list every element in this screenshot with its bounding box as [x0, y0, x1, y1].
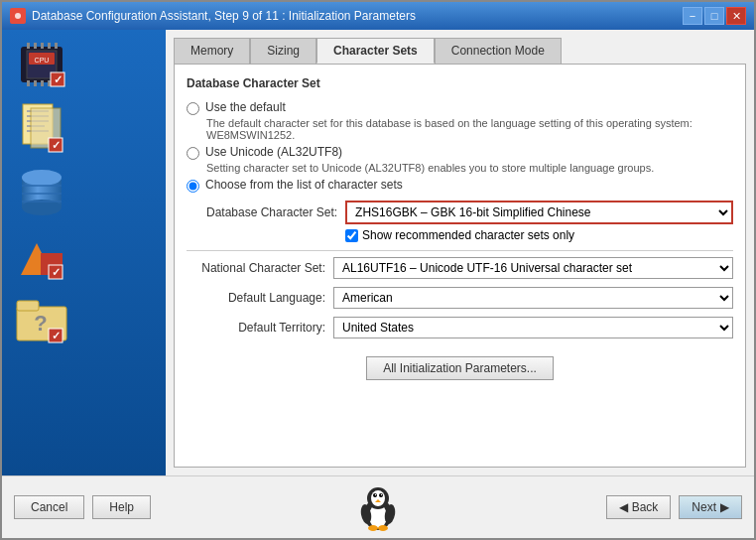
next-arrow-icon: ▶: [720, 500, 729, 514]
show-recommended-label[interactable]: Show recommended character sets only: [362, 228, 574, 242]
show-recommended-row: Show recommended character sets only: [345, 228, 733, 242]
cancel-button[interactable]: Cancel: [14, 495, 84, 519]
sidebar-doc-icon: ✓: [12, 103, 71, 153]
svg-text:✓: ✓: [52, 330, 61, 341]
svg-point-46: [371, 490, 385, 506]
charset-row: Database Character Set: ZHS16GBK – GBK 1…: [206, 201, 733, 224]
bottom-right-buttons: ◀ Back Next ▶: [606, 495, 742, 519]
svg-rect-6: [41, 43, 44, 49]
app-icon: [10, 8, 26, 24]
sidebar-item-1: CPU ✓: [12, 40, 156, 89]
all-params-container: All Initialization Parameters...: [187, 348, 733, 388]
sidebar-item-3: [12, 167, 156, 216]
radio-unicode-desc: Setting character set to Unicode (AL32UT…: [206, 162, 733, 174]
title-buttons: − □ ✕: [683, 7, 746, 25]
default-territory-label: Default Territory:: [187, 321, 325, 335]
title-bar: Database Configuration Assistant, Step 9…: [2, 2, 754, 30]
radio-use-unicode: Use Unicode (AL32UTF8): [187, 145, 733, 160]
national-charset-label: National Character Set:: [187, 261, 325, 275]
all-params-button[interactable]: All Initialization Parameters...: [366, 356, 554, 380]
svg-text:?: ?: [34, 311, 47, 336]
svg-rect-4: [27, 43, 30, 49]
svg-point-30: [22, 170, 62, 186]
default-territory-row: Default Territory: United States: [187, 317, 733, 338]
bottom-bar: Cancel Help: [2, 475, 754, 538]
back-arrow-icon: ◀: [619, 500, 628, 514]
svg-point-49: [375, 494, 376, 495]
content-area: CPU ✓: [2, 30, 754, 475]
show-recommended-checkbox[interactable]: [345, 229, 358, 242]
sidebar-item-2: ✓: [12, 103, 156, 153]
svg-rect-9: [27, 80, 30, 86]
radio-default-desc: The default character set for this datab…: [206, 117, 733, 141]
radio-default-label[interactable]: Use the default: [205, 100, 286, 114]
svg-text:✓: ✓: [52, 139, 61, 151]
default-language-label: Default Language:: [187, 291, 325, 305]
tab-bar: Memory Sizing Character Sets Connection …: [174, 38, 746, 64]
main-content: Memory Sizing Character Sets Connection …: [166, 30, 754, 475]
svg-rect-8: [55, 43, 58, 49]
svg-point-54: [368, 525, 378, 531]
back-button[interactable]: ◀ Back: [606, 495, 672, 519]
radio-use-default: Use the default: [187, 100, 733, 115]
svg-text:CPU: CPU: [35, 57, 50, 64]
default-territory-select[interactable]: United States: [333, 317, 733, 338]
next-label: Next: [692, 500, 716, 514]
tab-connection-mode[interactable]: Connection Mode: [435, 38, 562, 64]
section-title: Database Character Set: [187, 76, 733, 90]
svg-rect-5: [34, 43, 37, 49]
bottom-center: [151, 482, 606, 532]
radio-unicode-input[interactable]: [187, 147, 199, 160]
bottom-left-buttons: Cancel Help: [14, 495, 151, 519]
charset-select[interactable]: ZHS16GBK – GBK 16-bit Simplified Chinese: [345, 201, 733, 224]
panel-content: Database Character Set Use the default T…: [174, 64, 746, 468]
radio-unicode-label[interactable]: Use Unicode (AL32UTF8): [205, 145, 342, 159]
close-button[interactable]: ✕: [726, 7, 746, 25]
svg-rect-7: [48, 43, 51, 49]
divider-1: [187, 250, 733, 251]
tab-character-sets[interactable]: Character Sets: [316, 38, 435, 64]
default-language-select[interactable]: American: [333, 287, 733, 309]
sidebar-chip-icon: CPU ✓: [12, 40, 71, 89]
sidebar-shapes-icon: ✓: [12, 230, 71, 280]
main-window: Database Configuration Assistant, Step 9…: [0, 0, 756, 540]
minimize-button[interactable]: −: [683, 7, 702, 25]
default-language-row: Default Language: American: [187, 287, 733, 309]
svg-point-1: [15, 13, 21, 19]
sidebar: CPU ✓: [2, 30, 166, 475]
radio-default-input[interactable]: [187, 102, 199, 115]
svg-point-55: [378, 525, 388, 531]
svg-point-47: [373, 493, 377, 497]
charset-field-label: Database Character Set:: [206, 205, 337, 219]
next-button[interactable]: Next ▶: [679, 495, 742, 519]
svg-text:✓: ✓: [52, 266, 61, 278]
maximize-button[interactable]: □: [704, 7, 724, 25]
help-button[interactable]: Help: [92, 495, 151, 519]
svg-text:✓: ✓: [54, 73, 63, 85]
title-bar-left: Database Configuration Assistant, Step 9…: [10, 8, 416, 24]
radio-list-label[interactable]: Choose from the list of character sets: [205, 178, 403, 192]
back-label: Back: [632, 500, 659, 514]
sidebar-item-4: ✓: [12, 230, 156, 280]
radio-choose-list: Choose from the list of character sets: [187, 178, 733, 193]
window-title: Database Configuration Assistant, Step 9…: [32, 9, 416, 23]
mascot-area: [338, 482, 418, 532]
radio-list-input[interactable]: [187, 180, 199, 193]
svg-rect-11: [41, 80, 44, 86]
svg-point-48: [379, 493, 383, 497]
tab-memory[interactable]: Memory: [174, 38, 250, 64]
svg-rect-10: [34, 80, 37, 86]
national-charset-select[interactable]: AL16UTF16 – Unicode UTF-16 Universal cha…: [333, 257, 733, 279]
national-charset-row: National Character Set: AL16UTF16 – Unic…: [187, 257, 733, 279]
sidebar-folder-icon: ? ✓: [12, 294, 71, 343]
tab-sizing[interactable]: Sizing: [250, 38, 316, 64]
svg-point-50: [381, 494, 382, 495]
sidebar-barrel-icon: [12, 167, 71, 216]
sidebar-item-5: ? ✓: [12, 294, 156, 343]
svg-rect-39: [17, 301, 39, 311]
